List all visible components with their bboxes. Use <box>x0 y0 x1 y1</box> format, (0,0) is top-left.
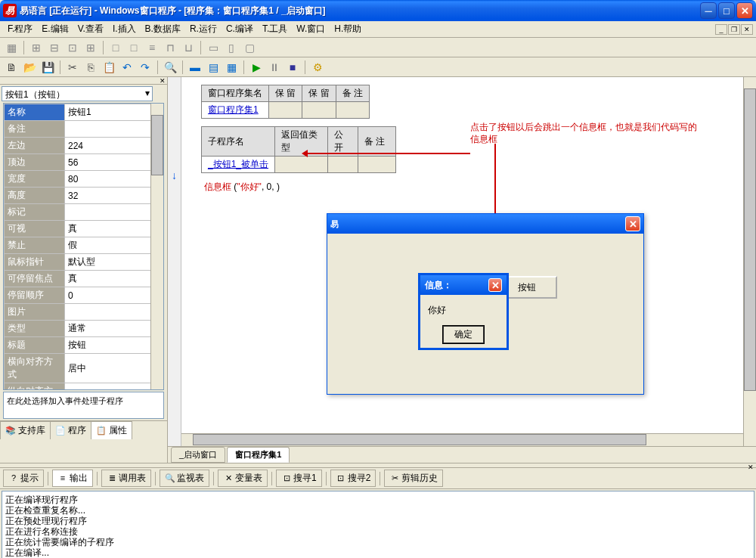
module-name-cell[interactable]: 窗口程序集1 <box>202 102 269 119</box>
prop-name[interactable]: 标题 <box>5 337 65 354</box>
prop-value[interactable] <box>65 304 163 321</box>
prop-value[interactable] <box>65 204 163 221</box>
menu-insert[interactable]: I.插入 <box>108 21 141 37</box>
scrollbar-vertical[interactable] <box>743 77 756 446</box>
property-grid[interactable]: 名称按钮1备注左边224顶边56宽度80高度32标记可视真禁止假鼠标指针默认型可… <box>3 103 164 390</box>
tb1-icon[interactable]: □ <box>125 39 142 56</box>
code-line[interactable]: 信息框 ("你好", 0, ) <box>204 181 741 194</box>
prop-name[interactable]: 标记 <box>5 204 65 221</box>
redo-icon[interactable]: ↷ <box>137 59 153 76</box>
close-icon[interactable]: ✕ <box>488 278 502 292</box>
tb1-icon[interactable]: ▦ <box>3 39 20 56</box>
prop-value[interactable]: 按钮 <box>65 337 163 354</box>
tb1-icon[interactable]: ⊞ <box>82 39 99 56</box>
prop-value[interactable]: 56 <box>65 154 163 171</box>
save-icon[interactable]: 💾 <box>39 59 56 76</box>
pause-icon[interactable]: ⏸ <box>266 59 283 76</box>
prop-value[interactable]: 32 <box>65 188 163 204</box>
bottom-tab[interactable]: ⊡搜寻1 <box>276 470 322 487</box>
menu-edit[interactable]: E.编辑 <box>37 21 73 37</box>
menu-tools[interactable]: T.工具 <box>258 21 292 37</box>
preview-window[interactable]: 易 ✕ 按钮 信息： ✕ 你好 确定 <box>327 213 644 395</box>
tab-startup-window[interactable]: _启动窗口 <box>171 447 225 463</box>
panel-icon[interactable]: ▬ <box>187 59 203 76</box>
prop-value[interactable]: 假 <box>65 237 163 254</box>
prop-name[interactable]: 顶边 <box>5 154 65 171</box>
tab-window-module[interactable]: 窗口程序集1 <box>227 447 290 463</box>
prop-value[interactable]: 80 <box>65 171 163 188</box>
panel-close-icon[interactable]: ✕ <box>0 77 167 85</box>
prop-name[interactable]: 横向对齐方式 <box>5 354 65 383</box>
bottom-tab[interactable]: ✂剪辑历史 <box>384 470 443 487</box>
menu-compile[interactable]: C.编译 <box>222 21 258 37</box>
menu-database[interactable]: B.数据库 <box>141 21 185 37</box>
property-help[interactable]: 在此处选择加入事件处理子程序 <box>3 392 164 419</box>
bottom-tab[interactable]: ?提示 <box>3 470 44 487</box>
undo-icon[interactable]: ↶ <box>119 59 135 76</box>
tab-support-lib[interactable]: 📚 支持库 <box>0 421 51 439</box>
stop-icon[interactable]: ■ <box>284 59 301 76</box>
prop-name[interactable]: 禁止 <box>5 237 65 254</box>
scrollbar-vertical[interactable] <box>150 104 163 389</box>
cut-icon[interactable]: ✂ <box>64 59 81 76</box>
close-button[interactable]: ✕ <box>736 2 753 19</box>
tb1-icon[interactable]: ⊟ <box>46 39 63 56</box>
mdi-minimize[interactable]: _ <box>715 24 727 35</box>
messagebox[interactable]: 信息： ✕ 你好 确定 <box>418 273 509 350</box>
prop-value[interactable]: 默认型 <box>65 254 163 271</box>
messagebox-titlebar[interactable]: 信息： ✕ <box>420 275 507 295</box>
maximize-button[interactable]: □ <box>718 2 735 19</box>
bottom-tab[interactable]: ≡输出 <box>52 470 93 487</box>
tab-properties[interactable]: 📋 属性 <box>91 421 132 439</box>
tb1-icon[interactable]: ⊔ <box>180 39 197 56</box>
panel-icon[interactable]: ▦ <box>223 59 240 76</box>
prop-name[interactable]: 宽度 <box>5 171 65 188</box>
prop-value[interactable]: 居中 <box>65 383 163 391</box>
ok-button[interactable]: 确定 <box>443 326 484 343</box>
menu-file[interactable]: F.程序 <box>3 21 37 37</box>
bottom-tab[interactable]: ≣调用表 <box>101 470 151 487</box>
run-icon[interactable]: ▶ <box>248 59 265 76</box>
prop-name[interactable]: 名称 <box>5 104 65 121</box>
prop-value[interactable]: 居中 <box>65 354 163 383</box>
prop-name[interactable]: 可视 <box>5 221 65 237</box>
prop-value[interactable] <box>65 121 163 138</box>
sub-name-cell[interactable]: _按钮1_被单击 <box>202 157 275 173</box>
tb1-icon[interactable]: ≡ <box>144 39 160 56</box>
tb1-icon[interactable]: ⊓ <box>162 39 178 56</box>
new-icon[interactable]: 🗎 <box>3 59 20 76</box>
prop-name[interactable]: 可停留焦点 <box>5 271 65 287</box>
tb1-icon[interactable]: ⊡ <box>64 39 81 56</box>
prop-name[interactable]: 纵向对齐方式 <box>5 383 65 391</box>
mdi-restore[interactable]: ❐ <box>728 24 740 35</box>
prop-value[interactable]: 真 <box>65 271 163 287</box>
mdi-close[interactable]: ✕ <box>741 24 753 35</box>
tb1-icon[interactable]: ⊞ <box>28 39 45 56</box>
output-area[interactable]: 正在编译现行程序正在检查重复名称...正在预处理现行程序正在进行名称连接正在统计… <box>2 491 754 558</box>
prop-name[interactable]: 图片 <box>5 304 65 321</box>
prop-value[interactable]: 224 <box>65 138 163 154</box>
tb1-icon[interactable]: ▢ <box>241 39 258 56</box>
prop-name[interactable]: 高度 <box>5 188 65 204</box>
tab-program[interactable]: 📄 程序 <box>50 421 91 439</box>
open-icon[interactable]: 📂 <box>21 59 38 76</box>
prop-value[interactable]: 真 <box>65 221 163 237</box>
prop-value[interactable]: 通常 <box>65 321 163 337</box>
find-icon[interactable]: 🔍 <box>162 59 178 76</box>
tb1-icon[interactable]: ▯ <box>223 39 240 56</box>
editor-content[interactable]: ↓ 窗口程序集名保 留保 留备 注 窗口程序集1 子程序名返回值类型公开备 注 … <box>168 77 756 446</box>
menu-run[interactable]: R.运行 <box>185 21 222 37</box>
scrollbar-horizontal[interactable] <box>181 433 743 446</box>
object-selector[interactable]: 按钮1（按钮） <box>2 86 153 101</box>
prop-name[interactable]: 类型 <box>5 321 65 337</box>
debug-icon[interactable]: ⚙ <box>309 59 326 76</box>
prop-name[interactable]: 停留顺序 <box>5 287 65 304</box>
prop-name[interactable]: 备注 <box>5 121 65 138</box>
tb1-icon[interactable]: ▭ <box>205 39 222 56</box>
bottom-tab[interactable]: 🔍监视表 <box>160 470 209 487</box>
panel-icon[interactable]: ▤ <box>205 59 222 76</box>
prop-name[interactable]: 左边 <box>5 138 65 154</box>
prop-name[interactable]: 鼠标指针 <box>5 254 65 271</box>
menu-view[interactable]: V.查看 <box>73 21 108 37</box>
close-icon[interactable]: ✕ <box>625 216 640 231</box>
